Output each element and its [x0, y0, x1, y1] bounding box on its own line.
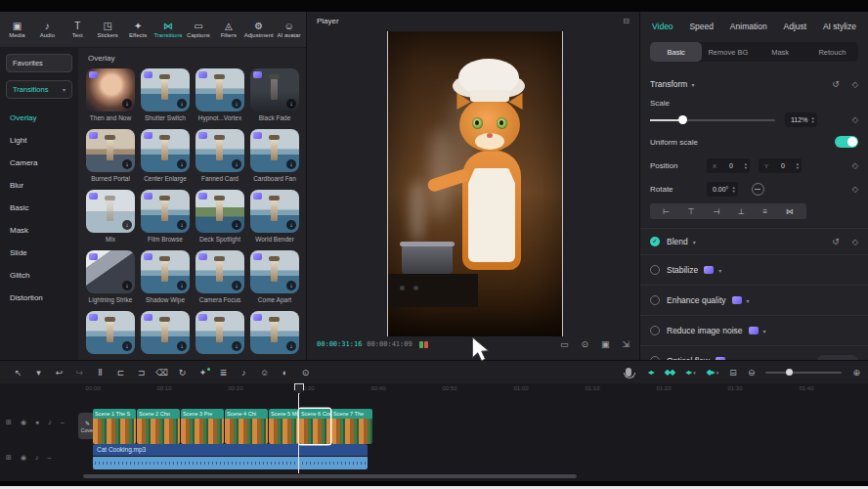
align-bottom-icon[interactable]: ⊥ [738, 207, 745, 216]
display-settings-icon[interactable]: ⊟ [729, 368, 737, 378]
tool-caret-icon[interactable]: ▾ [28, 368, 49, 378]
toolbar-item-transitions[interactable]: ⋈Transitions [153, 21, 184, 38]
feature-reduce-image-noise[interactable]: Reduce image noise▾ [650, 316, 858, 345]
feature-stabilize[interactable]: Stabilize▾ [650, 255, 858, 285]
delete-icon[interactable]: ⌫ [152, 368, 172, 378]
align-top-icon[interactable]: ⊤ [688, 207, 695, 216]
toolbar-item-captions[interactable]: ▭Captions [183, 21, 213, 38]
transition-item-shutter-switch[interactable]: ↓Shutter Switch [141, 68, 190, 122]
blend-row[interactable]: ✓ Blend ▾ ↺ ◇ [650, 229, 858, 254]
subtab-remove-bg[interactable]: Remove BG [702, 42, 754, 62]
avatar-tool-icon[interactable]: ☺ [254, 368, 275, 378]
stepper-icons[interactable]: ▴▾ [797, 162, 799, 170]
transition-item-burned-portal[interactable]: ↓Burned Portal [86, 129, 135, 183]
feature-optical-flow[interactable]: Optical flow▾ [650, 346, 858, 360]
trim-left-icon[interactable]: ⊏ [110, 368, 131, 378]
toolbar-item-ai-avatar[interactable]: ☺AI avatar [274, 21, 304, 38]
snapshot-icon[interactable]: ⊙ [581, 339, 588, 349]
levels-icon[interactable]: ≣ [213, 368, 234, 378]
audio-waveform[interactable] [93, 457, 368, 469]
toolbar-item-adjustment[interactable]: ⚙Adjustment [243, 21, 274, 38]
audio-tool-icon[interactable]: ♪ [234, 368, 254, 378]
checkbox-icon[interactable]: ✓ [650, 237, 660, 246]
subtab-retouch[interactable]: Retouch [806, 42, 858, 62]
link-icon[interactable]: ◂▸▾ [685, 368, 696, 377]
record-tool-icon[interactable]: ⊙ [295, 368, 316, 378]
transition-item-black-fade[interactable]: ↓Black Fade [250, 68, 299, 122]
rotate-value-field[interactable]: 0.00° ▴▾ [707, 182, 738, 197]
uniform-scale-toggle[interactable] [835, 136, 858, 148]
audio-clip-name[interactable]: Cat Cooking.mp3 [93, 444, 368, 456]
transition-item-item[interactable]: ↓ [86, 311, 135, 360]
zoom-out-icon[interactable]: ⊖ [748, 368, 756, 378]
toolbar-item-effects[interactable]: ✦Effects [123, 21, 153, 38]
voiceover-mic-icon[interactable] [626, 368, 631, 377]
transition-item-deck-spotlight[interactable]: ↓Deck Spotlight [195, 190, 244, 244]
keyframe-icon[interactable]: ◇ [852, 161, 858, 170]
transition-item-item[interactable]: ↓ [195, 311, 244, 360]
toolbar-item-media[interactable]: ▣Media [2, 21, 32, 38]
keyframe-icon[interactable]: ◇ [852, 80, 858, 89]
fullscreen-icon[interactable]: ⇲ [622, 339, 629, 349]
clip-scene-5-mix[interactable]: Scene 5 Mix [269, 409, 298, 444]
transition-item-center-enlarge[interactable]: ↓Center Enlarge [141, 129, 190, 183]
tab-speed[interactable]: Speed [689, 22, 714, 31]
select-tool-icon[interactable]: ↖ [8, 368, 28, 378]
scale-value-field[interactable]: 112% ▴▾ [785, 112, 817, 127]
quality-icon[interactable]: ▣ [601, 339, 610, 349]
sidebar-item-overlay[interactable]: Overlay [6, 107, 72, 129]
tab-adjust[interactable]: Adjust [783, 22, 806, 31]
sidebar-item-distortion[interactable]: Distortion [6, 287, 72, 309]
scrollbar-handle[interactable] [83, 474, 577, 478]
loop-icon[interactable]: ↻ [172, 368, 193, 378]
undo-icon[interactable]: ↩ [49, 368, 69, 378]
trim-right-icon[interactable]: ⊐ [131, 368, 152, 378]
scale-slider[interactable] [650, 119, 775, 121]
transition-item-lightning-strike[interactable]: ↓Lightning Strike [86, 250, 135, 304]
timeline-zoom-slider[interactable] [765, 372, 842, 374]
transition-item-world-bender[interactable]: ↓World Bender [250, 190, 299, 244]
tab-video[interactable]: Video [652, 22, 673, 31]
video-preview[interactable] [387, 31, 563, 336]
stepper-icons[interactable]: ▴▾ [745, 162, 747, 170]
transition-item-mix[interactable]: ↓Mix [86, 190, 135, 244]
chevron-down-icon[interactable]: ▾ [763, 328, 766, 334]
contrast-tool-icon[interactable]: ◐ [275, 368, 295, 378]
tab-ai-stylize[interactable]: AI stylize [823, 22, 856, 31]
transition-item-hypnot-vortex[interactable]: ↓Hypnot...Vortex [195, 68, 244, 122]
checkbox-icon[interactable] [650, 265, 660, 275]
timeline-scrollbar[interactable] [0, 474, 868, 479]
toolbar-item-filters[interactable]: ◬Filters [213, 21, 243, 38]
chevron-down-icon[interactable]: ▾ [747, 297, 750, 304]
stepper-icons[interactable]: ▴▾ [732, 186, 734, 194]
track-collapse-icon[interactable]: – [47, 454, 51, 462]
clip-scene-3-pre[interactable]: Scene 3 Pre [181, 409, 224, 444]
toolbar-item-audio[interactable]: ♪Audio [32, 21, 63, 38]
subtab-basic[interactable]: Basic [650, 42, 702, 62]
subtab-mask[interactable]: Mask [755, 42, 806, 62]
keyframe-icon[interactable]: ◇ [852, 115, 858, 124]
transition-item-item[interactable]: ↓ [141, 311, 190, 360]
scale-slider-knob[interactable] [678, 115, 687, 124]
position-x-field[interactable]: X 0 ▴▾ [707, 158, 750, 173]
position-y-field[interactable]: Y 0 ▴▾ [759, 158, 802, 173]
align-left-icon[interactable]: ⊢ [663, 207, 670, 216]
chevron-down-icon[interactable]: ▾ [693, 239, 696, 245]
keyframe-icon[interactable]: ◇ [852, 238, 858, 246]
rotate-dial-icon[interactable] [752, 183, 764, 196]
chevron-down-icon[interactable]: ▾ [718, 267, 721, 274]
transition-item-fanned-card[interactable]: ↓Fanned Card [195, 129, 244, 183]
timeline-ruler[interactable]: 00:0000:1000:2000:3000:4000:5001:0001:10… [0, 383, 868, 397]
transition-item-come-apart[interactable]: ↓Come Apart [250, 250, 299, 304]
magnet-icon[interactable]: ◂▸ [648, 368, 654, 377]
favorites-button[interactable]: Favorites [6, 54, 72, 72]
align-center-h-icon[interactable]: ≡ [762, 207, 767, 216]
keyframe-icon[interactable]: ◇ [852, 185, 858, 194]
chevron-down-icon[interactable]: ▾ [691, 81, 694, 88]
reset-icon[interactable]: ↺ [832, 79, 840, 89]
clip-scene-1-the-s[interactable]: Scene 1 The S [93, 409, 136, 444]
checkbox-icon[interactable] [650, 295, 660, 305]
zoom-slider-knob[interactable] [786, 369, 793, 376]
checkbox-icon[interactable] [650, 326, 660, 335]
clip-scene-4-chi[interactable]: Scene 4 Chi [225, 409, 268, 444]
